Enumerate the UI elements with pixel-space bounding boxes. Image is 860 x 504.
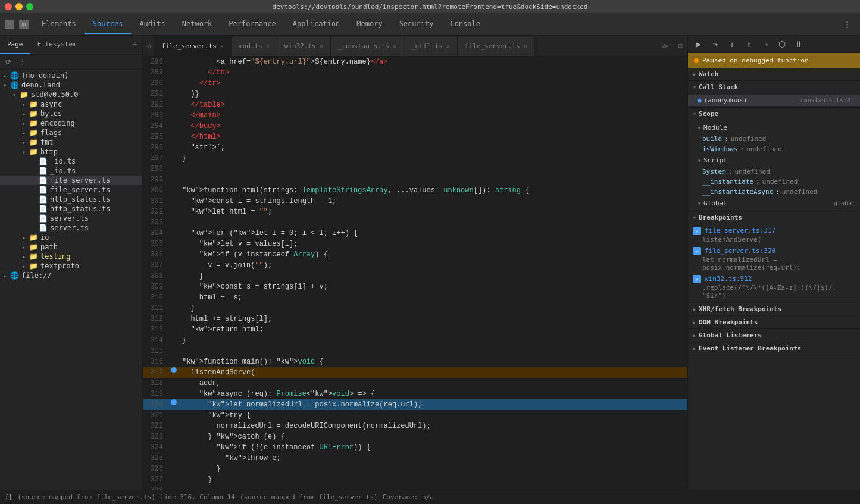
tree-item[interactable]: 📄server.ts — [0, 223, 142, 233]
call-stack-item[interactable]: ●(anonymous)_constants.ts:4 — [688, 95, 860, 106]
editor-area[interactable]: 288 <a href="${entry.url}">${entry.name}… — [143, 57, 687, 490]
debug-btn-step-over[interactable]: ↷ — [709, 38, 721, 50]
sidebar-more-btn[interactable]: ⋮ — [17, 56, 29, 68]
debug-btn-resume[interactable]: ▶ — [693, 38, 705, 50]
sidebar-tab-filesystem[interactable]: Filesystem — [30, 36, 84, 54]
nav-tab-security[interactable]: Security — [391, 15, 442, 34]
line-number: 302 — [143, 206, 168, 217]
scope-arrow-icon: ▾ — [698, 157, 701, 164]
nav-tab-performance[interactable]: Performance — [220, 15, 284, 34]
tree-item[interactable]: 📄server.ts — [0, 214, 142, 223]
tree-item[interactable]: ▸📁encoding — [0, 118, 142, 128]
prop-value: undefined — [731, 135, 767, 143]
tree-item[interactable]: 📄file_server.ts — [0, 176, 142, 185]
tree-item[interactable]: ▸📁async — [0, 99, 142, 109]
nav-tab-audits[interactable]: Audits — [131, 15, 173, 34]
minimize-button[interactable] — [15, 3, 23, 10]
nav-tab-network[interactable]: Network — [174, 15, 221, 34]
debug-section-header-dom[interactable]: ▸DOM Breakpoints — [688, 316, 860, 328]
file-tab-_constants_ts[interactable]: _constants.ts× — [331, 36, 404, 57]
titlebar-text: devtools://devtools/bundled/inspector.ht… — [5, 3, 855, 11]
tree-item[interactable]: ▾📁std@v0.50.0 — [0, 90, 142, 99]
tree-item[interactable]: ▸📁textproto — [0, 261, 142, 271]
nav-tab-console[interactable]: Console — [442, 15, 489, 34]
nav-more-icon[interactable]: ⋮ — [839, 18, 855, 31]
file-tabs-more[interactable]: ≫ — [656, 42, 674, 50]
file-tab-mod_ts[interactable]: mod.ts× — [232, 36, 277, 57]
scope-subsection-header[interactable]: ▾Script — [688, 154, 860, 167]
debug-section-header-call-stack[interactable]: ▾Call Stack — [688, 81, 860, 93]
tab-close-icon[interactable]: × — [220, 43, 224, 49]
tree-item[interactable]: ▸📁flags — [0, 128, 142, 137]
debug-btn-pause-exceptions[interactable]: ⏸ — [793, 38, 805, 50]
line-content: "kw">let normalizedUrl = posix.normalize… — [180, 399, 687, 410]
file-tab-split[interactable]: ⊡ — [674, 42, 687, 50]
tree-item[interactable]: ▸🌐(no domain) — [0, 71, 142, 80]
tab-close-icon[interactable]: × — [446, 43, 450, 49]
line-content: } — [180, 464, 687, 474]
debug-section-header-watch[interactable]: ▸Watch — [688, 68, 860, 80]
nav-tab-sources[interactable]: Sources — [85, 15, 132, 34]
code-line: 299 — [143, 174, 687, 185]
tree-item-icon: 📄 — [38, 224, 48, 232]
breakpoint-item[interactable]: ✓file_server.ts:320let normalizedUrl = p… — [688, 245, 860, 273]
nav-tab-elements[interactable]: Elements — [33, 15, 85, 34]
main-nav: ⊟ ⊞ ElementsSourcesAuditsNetworkPerforma… — [0, 13, 860, 36]
debug-section-header-global-listeners[interactable]: ▸Global Listeners — [688, 329, 860, 342]
tab-close-icon[interactable]: × — [393, 43, 396, 49]
maximize-button[interactable] — [26, 3, 33, 10]
file-tab-file_server_ts_1[interactable]: file_server.ts× — [154, 36, 232, 57]
tab-close-icon[interactable]: × — [524, 43, 527, 49]
tree-item[interactable]: 📄http_status.ts — [0, 204, 142, 214]
code-line: 311 } — [143, 303, 687, 314]
sidebar-sync-btn[interactable]: ⟳ — [2, 56, 14, 68]
tree-item[interactable]: ▸📁testing — [0, 252, 142, 261]
scope-subsection-header[interactable]: ▾Globalglobal — [688, 197, 860, 209]
debug-btn-step-into[interactable]: ↓ — [726, 38, 738, 50]
tab-close-icon[interactable]: × — [320, 43, 323, 49]
line-content: "kw">let v = values[i]; — [180, 239, 687, 249]
debug-section-header-scope[interactable]: ▾Scope — [688, 108, 860, 120]
tree-item[interactable]: ▸📁bytes — [0, 109, 142, 118]
tree-item[interactable]: ▾📁http — [0, 147, 142, 156]
tree-item[interactable]: ▸📁fmt — [0, 137, 142, 147]
tree-item[interactable]: 📄file_server.ts — [0, 185, 142, 195]
file-tab-_util_ts[interactable]: _util.ts× — [404, 36, 458, 57]
debug-btn-deactivate[interactable]: ⬡ — [776, 38, 788, 50]
sidebar-tab-page[interactable]: Page — [0, 36, 30, 54]
tree-item[interactable]: ▾🌐deno.land — [0, 80, 142, 90]
debug-section-watch: ▸Watch — [688, 68, 860, 81]
line-gutter — [168, 367, 180, 373]
tree-item[interactable]: 📄http_status.ts — [0, 195, 142, 204]
tab-close-icon[interactable]: × — [266, 43, 270, 49]
tree-item-icon: 📄 — [38, 205, 48, 213]
line-number: 323 — [143, 431, 168, 442]
code-line: 300"kw">function html(strings: TemplateS… — [143, 185, 687, 196]
debug-section-header-xhr-fetch[interactable]: ▸XHR/fetch Breakpoints — [688, 303, 860, 315]
file-tab-win32_ts[interactable]: win32.ts× — [277, 36, 331, 57]
nav-tab-application[interactable]: Application — [284, 15, 348, 34]
scope-subsection-header[interactable]: ▾Module — [688, 121, 860, 134]
debug-btn-step[interactable]: → — [759, 38, 771, 50]
debug-btn-step-out[interactable]: ↑ — [743, 38, 755, 50]
file-tab-file_server_ts_2[interactable]: file_server.ts× — [458, 36, 535, 57]
breakpoint-item[interactable]: ✓file_server.ts:317listenAndServe( — [688, 225, 860, 245]
debug-section-header-event-listener[interactable]: ▸Event Listener Breakpoints — [688, 342, 860, 355]
dock-icon[interactable]: ⊟ — [5, 20, 14, 29]
line-content: </body> — [180, 121, 687, 132]
tree-item[interactable]: 📄_io.ts — [0, 166, 142, 176]
line-number: 292 — [143, 99, 168, 110]
debug-section-header-breakpoints[interactable]: ▾Breakpoints — [688, 211, 860, 224]
tree-item[interactable]: 📄_io.ts — [0, 156, 142, 166]
tree-item[interactable]: ▸🌐file:// — [0, 271, 142, 280]
close-button[interactable] — [5, 3, 12, 10]
tree-item[interactable]: ▸📁io — [0, 233, 142, 242]
breakpoint-item[interactable]: ✓win32.ts:912.replace(/^\/\*([A-Za-z]:)(… — [688, 273, 860, 301]
nav-tab-memory[interactable]: Memory — [348, 15, 390, 34]
settings-icon[interactable]: ⊞ — [19, 20, 29, 29]
tree-item[interactable]: ▸📁path — [0, 242, 142, 252]
tab-nav-left[interactable]: ◁ — [143, 42, 154, 50]
tree-item-icon: 📁 — [29, 138, 38, 146]
sidebar-add-btn[interactable]: + — [128, 36, 142, 54]
section-arrow-icon: ▾ — [693, 84, 696, 90]
